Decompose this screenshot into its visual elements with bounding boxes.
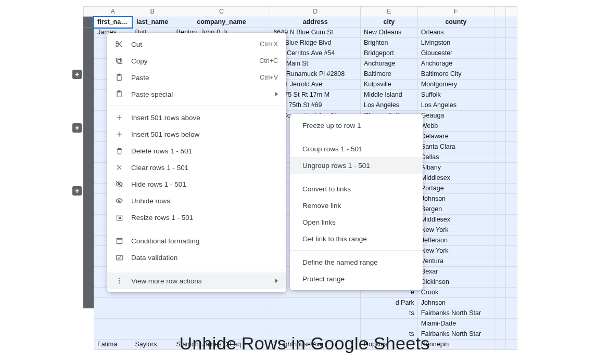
column-header[interactable]: C xyxy=(173,7,270,17)
data-cell[interactable] xyxy=(494,163,506,173)
data-cell[interactable]: Johnson xyxy=(417,298,494,308)
data-cell[interactable]: Suffolk xyxy=(417,90,494,100)
data-cell[interactable]: New York xyxy=(417,225,494,236)
data-cell[interactable] xyxy=(505,184,517,194)
data-cell[interactable] xyxy=(360,319,417,329)
data-cell[interactable] xyxy=(494,121,506,132)
data-cell[interactable] xyxy=(94,319,132,329)
data-cell[interactable] xyxy=(494,308,506,319)
data-cell[interactable] xyxy=(505,225,517,236)
data-cell[interactable] xyxy=(173,298,270,308)
data-cell[interactable]: Los Angeles xyxy=(360,100,417,111)
data-cell[interactable] xyxy=(505,142,517,152)
data-cell[interactable]: Delaware xyxy=(417,132,494,142)
menu-hide-rows[interactable]: Hide rows 1 - 501 xyxy=(107,176,286,192)
header-cell[interactable] xyxy=(494,17,506,28)
menu-cut[interactable]: Cut Ctrl+X xyxy=(107,36,286,53)
data-cell[interactable]: Brighton xyxy=(360,38,417,48)
data-cell[interactable]: Dickinson xyxy=(417,277,494,288)
data-cell[interactable] xyxy=(494,28,506,38)
data-cell[interactable]: Los Angeles xyxy=(417,100,494,111)
header-cell[interactable]: county xyxy=(417,17,494,28)
data-cell[interactable]: Bridgeport xyxy=(360,48,417,59)
data-cell[interactable] xyxy=(270,319,361,329)
submenu-protect-range[interactable]: Protect range xyxy=(290,270,423,287)
data-cell[interactable]: Santa Clara xyxy=(417,142,494,152)
column-header[interactable]: A xyxy=(94,7,132,17)
menu-conditional-formatting[interactable]: Conditional formatting xyxy=(107,232,286,249)
data-cell[interactable]: Albany xyxy=(417,163,494,173)
menu-insert-above[interactable]: Insert 501 rows above xyxy=(107,109,286,126)
data-cell[interactable] xyxy=(270,298,361,308)
data-cell[interactable] xyxy=(494,204,506,215)
data-cell[interactable] xyxy=(173,308,270,319)
data-cell[interactable] xyxy=(132,319,173,329)
data-cell[interactable]: Miami-Dade xyxy=(417,319,494,329)
column-header[interactable]: F xyxy=(417,7,494,17)
data-cell[interactable]: New York xyxy=(417,246,494,256)
data-cell[interactable]: Jefferson xyxy=(417,236,494,246)
menu-view-more-row-actions[interactable]: View more row actions xyxy=(107,272,286,289)
data-cell[interactable] xyxy=(505,80,517,90)
data-cell[interactable] xyxy=(494,38,506,48)
column-header[interactable] xyxy=(494,7,506,17)
data-cell[interactable] xyxy=(270,308,361,319)
data-cell[interactable] xyxy=(94,298,132,308)
data-cell[interactable]: Gloucester xyxy=(417,48,494,59)
menu-paste-special[interactable]: Paste special xyxy=(107,86,286,102)
menu-data-validation[interactable]: Data validation xyxy=(107,249,286,266)
data-cell[interactable] xyxy=(494,132,506,142)
data-cell[interactable] xyxy=(505,90,517,100)
data-cell[interactable]: Anchorage xyxy=(417,59,494,69)
menu-copy[interactable]: Copy Ctrl+C xyxy=(107,53,286,69)
data-cell[interactable]: New Orleans xyxy=(360,28,417,38)
data-cell[interactable] xyxy=(505,215,517,225)
data-cell[interactable] xyxy=(505,194,517,204)
data-cell[interactable] xyxy=(505,204,517,215)
data-cell[interactable] xyxy=(494,173,506,184)
data-cell[interactable]: Middlesex xyxy=(417,173,494,184)
data-cell[interactable]: Johnson xyxy=(417,194,494,204)
column-header[interactable] xyxy=(505,7,517,17)
column-header[interactable]: E xyxy=(360,7,417,17)
header-cell[interactable] xyxy=(505,17,517,28)
data-cell[interactable] xyxy=(505,163,517,173)
group-toggle-icon[interactable] xyxy=(72,123,82,133)
submenu-open-links[interactable]: Open links xyxy=(290,214,423,230)
data-cell[interactable] xyxy=(132,308,173,319)
data-cell[interactable] xyxy=(505,319,517,329)
data-cell[interactable] xyxy=(505,256,517,267)
menu-unhide-rows[interactable]: Unhide rows xyxy=(107,192,286,209)
data-cell[interactable] xyxy=(94,308,132,319)
header-cell[interactable]: last_name xyxy=(132,17,173,28)
data-cell[interactable] xyxy=(505,100,517,111)
data-cell[interactable] xyxy=(505,152,517,163)
submenu-convert-links[interactable]: Convert to links xyxy=(290,180,423,197)
menu-resize-rows[interactable]: Resize rows 1 - 501 xyxy=(107,209,286,226)
data-cell[interactable]: ts xyxy=(360,308,417,319)
data-cell[interactable]: Orleans xyxy=(417,28,494,38)
data-cell[interactable] xyxy=(505,38,517,48)
data-cell[interactable]: Livingston xyxy=(417,38,494,48)
column-header[interactable]: D xyxy=(270,7,361,17)
data-cell[interactable]: Kulpsville xyxy=(360,80,417,90)
data-cell[interactable]: Fairbanks North Star xyxy=(417,308,494,319)
data-cell[interactable] xyxy=(494,298,506,308)
data-cell[interactable] xyxy=(494,256,506,267)
data-cell[interactable] xyxy=(505,132,517,142)
data-cell[interactable] xyxy=(505,121,517,132)
menu-clear-rows[interactable]: Clear rows 1 - 501 xyxy=(107,159,286,176)
data-cell[interactable]: Dallas xyxy=(417,152,494,163)
data-cell[interactable] xyxy=(494,59,506,69)
data-cell[interactable] xyxy=(505,288,517,298)
data-cell[interactable] xyxy=(505,69,517,80)
data-cell[interactable] xyxy=(505,246,517,256)
data-cell[interactable]: Middlesex xyxy=(417,215,494,225)
data-cell[interactable]: Bergen xyxy=(417,204,494,215)
data-cell[interactable] xyxy=(505,236,517,246)
column-header[interactable]: B xyxy=(132,7,173,17)
submenu-named-range[interactable]: Define the named range xyxy=(290,254,423,270)
data-cell[interactable] xyxy=(494,111,506,121)
data-cell[interactable] xyxy=(494,69,506,80)
data-cell[interactable]: Montgomery xyxy=(417,80,494,90)
